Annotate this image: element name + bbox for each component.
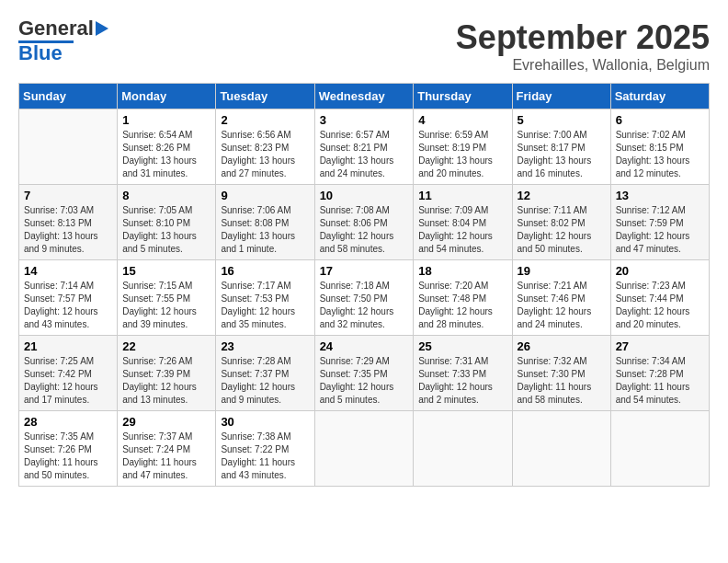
calendar-cell: 26Sunrise: 7:32 AM Sunset: 7:30 PM Dayli… [512, 336, 610, 411]
day-number: 23 [221, 339, 309, 353]
day-number: 16 [221, 264, 309, 278]
calendar-cell: 10Sunrise: 7:08 AM Sunset: 8:06 PM Dayli… [314, 185, 414, 260]
day-number: 9 [221, 189, 309, 202]
day-number: 25 [418, 339, 506, 353]
calendar-cell: 7Sunrise: 7:03 AM Sunset: 8:13 PM Daylig… [19, 185, 118, 260]
column-header-friday: Friday [512, 84, 610, 109]
day-number: 3 [320, 113, 409, 127]
calendar-cell: 30Sunrise: 7:38 AM Sunset: 7:22 PM Dayli… [216, 411, 314, 487]
calendar-cell: 11Sunrise: 7:09 AM Sunset: 8:04 PM Dayli… [414, 185, 512, 260]
calendar-cell: 13Sunrise: 7:12 AM Sunset: 7:59 PM Dayli… [610, 185, 709, 260]
day-info: Sunrise: 6:54 AM Sunset: 8:26 PM Dayligh… [122, 129, 210, 180]
day-number: 4 [418, 113, 506, 127]
day-info: Sunrise: 7:03 AM Sunset: 8:13 PM Dayligh… [24, 204, 112, 256]
day-info: Sunrise: 6:59 AM Sunset: 8:19 PM Dayligh… [418, 129, 506, 180]
calendar-cell: 14Sunrise: 7:14 AM Sunset: 7:57 PM Dayli… [19, 260, 118, 336]
day-info: Sunrise: 7:18 AM Sunset: 7:50 PM Dayligh… [320, 280, 409, 331]
day-number: 19 [518, 264, 606, 278]
day-number: 13 [616, 189, 704, 202]
week-row-2: 7Sunrise: 7:03 AM Sunset: 8:13 PM Daylig… [19, 185, 710, 260]
day-number: 27 [616, 339, 704, 353]
week-row-5: 28Sunrise: 7:35 AM Sunset: 7:26 PM Dayli… [19, 411, 710, 487]
day-info: Sunrise: 7:38 AM Sunset: 7:22 PM Dayligh… [221, 431, 309, 482]
day-number: 7 [24, 189, 112, 202]
calendar-cell: 2Sunrise: 6:56 AM Sunset: 8:23 PM Daylig… [216, 109, 314, 185]
calendar-cell: 29Sunrise: 7:37 AM Sunset: 7:24 PM Dayli… [118, 411, 216, 487]
calendar-cell: 25Sunrise: 7:31 AM Sunset: 7:33 PM Dayli… [414, 336, 512, 411]
calendar-cell: 20Sunrise: 7:23 AM Sunset: 7:44 PM Dayli… [610, 260, 709, 336]
calendar-cell: 19Sunrise: 7:21 AM Sunset: 7:46 PM Dayli… [512, 260, 610, 336]
day-number: 26 [518, 339, 606, 353]
calendar-cell [414, 411, 512, 487]
day-number: 10 [320, 189, 409, 202]
column-header-saturday: Saturday [610, 84, 709, 109]
calendar-cell: 18Sunrise: 7:20 AM Sunset: 7:48 PM Dayli… [414, 260, 512, 336]
calendar-cell: 8Sunrise: 7:05 AM Sunset: 8:10 PM Daylig… [118, 185, 216, 260]
calendar-cell [314, 411, 414, 487]
day-number: 24 [320, 339, 409, 353]
header-row: SundayMondayTuesdayWednesdayThursdayFrid… [19, 84, 710, 109]
calendar-cell: 5Sunrise: 7:00 AM Sunset: 8:17 PM Daylig… [512, 109, 610, 185]
calendar-cell: 9Sunrise: 7:06 AM Sunset: 8:08 PM Daylig… [216, 185, 314, 260]
calendar-cell: 23Sunrise: 7:28 AM Sunset: 7:37 PM Dayli… [216, 336, 314, 411]
calendar-cell: 6Sunrise: 7:02 AM Sunset: 8:15 PM Daylig… [610, 109, 709, 185]
day-info: Sunrise: 7:09 AM Sunset: 8:04 PM Dayligh… [418, 204, 506, 256]
day-number: 11 [418, 189, 506, 202]
day-info: Sunrise: 7:26 AM Sunset: 7:39 PM Dayligh… [122, 355, 210, 407]
day-number: 17 [320, 264, 409, 278]
calendar-header: SundayMondayTuesdayWednesdayThursdayFrid… [19, 84, 710, 109]
day-number: 1 [122, 113, 210, 127]
title-block: September 2025 Evrehailles, Wallonia, Be… [456, 18, 710, 74]
day-info: Sunrise: 7:25 AM Sunset: 7:42 PM Dayligh… [24, 355, 112, 407]
column-header-wednesday: Wednesday [314, 84, 414, 109]
day-number: 6 [616, 113, 704, 127]
day-number: 21 [24, 339, 112, 353]
day-number: 18 [418, 264, 506, 278]
day-info: Sunrise: 7:29 AM Sunset: 7:35 PM Dayligh… [320, 355, 409, 407]
calendar-cell: 15Sunrise: 7:15 AM Sunset: 7:55 PM Dayli… [118, 260, 216, 336]
day-info: Sunrise: 7:08 AM Sunset: 8:06 PM Dayligh… [320, 204, 409, 256]
day-info: Sunrise: 7:05 AM Sunset: 8:10 PM Dayligh… [122, 204, 210, 256]
day-info: Sunrise: 7:21 AM Sunset: 7:46 PM Dayligh… [518, 280, 606, 331]
month-title: September 2025 [456, 18, 710, 57]
day-number: 12 [518, 189, 606, 202]
page-header: General Blue September 2025 Evrehailles,… [18, 18, 710, 74]
logo-top-text: General [18, 18, 94, 39]
week-row-3: 14Sunrise: 7:14 AM Sunset: 7:57 PM Dayli… [19, 260, 710, 336]
logo: General Blue [18, 18, 108, 63]
calendar-cell: 3Sunrise: 6:57 AM Sunset: 8:21 PM Daylig… [314, 109, 414, 185]
day-number: 22 [122, 339, 210, 353]
calendar-cell: 28Sunrise: 7:35 AM Sunset: 7:26 PM Dayli… [19, 411, 118, 487]
calendar-cell: 24Sunrise: 7:29 AM Sunset: 7:35 PM Dayli… [314, 336, 414, 411]
logo-arrow-icon [96, 21, 108, 36]
calendar-cell: 1Sunrise: 6:54 AM Sunset: 8:26 PM Daylig… [118, 109, 216, 185]
day-number: 29 [122, 415, 210, 429]
day-info: Sunrise: 7:00 AM Sunset: 8:17 PM Dayligh… [518, 129, 606, 180]
calendar-cell: 21Sunrise: 7:25 AM Sunset: 7:42 PM Dayli… [19, 336, 118, 411]
calendar-cell [19, 109, 118, 185]
calendar-body: 1Sunrise: 6:54 AM Sunset: 8:26 PM Daylig… [19, 109, 710, 487]
calendar-cell [512, 411, 610, 487]
day-info: Sunrise: 7:17 AM Sunset: 7:53 PM Dayligh… [221, 280, 309, 331]
day-info: Sunrise: 7:14 AM Sunset: 7:57 PM Dayligh… [24, 280, 112, 331]
day-number: 14 [24, 264, 112, 278]
day-info: Sunrise: 7:20 AM Sunset: 7:48 PM Dayligh… [418, 280, 506, 331]
calendar-cell: 4Sunrise: 6:59 AM Sunset: 8:19 PM Daylig… [414, 109, 512, 185]
day-number: 5 [518, 113, 606, 127]
day-number: 28 [24, 415, 112, 429]
day-number: 20 [616, 264, 704, 278]
day-info: Sunrise: 7:37 AM Sunset: 7:24 PM Dayligh… [122, 431, 210, 482]
day-info: Sunrise: 7:11 AM Sunset: 8:02 PM Dayligh… [518, 204, 606, 256]
column-header-thursday: Thursday [414, 84, 512, 109]
day-info: Sunrise: 7:32 AM Sunset: 7:30 PM Dayligh… [518, 355, 606, 407]
day-info: Sunrise: 7:15 AM Sunset: 7:55 PM Dayligh… [122, 280, 210, 331]
logo-bottom-text: Blue [18, 43, 63, 63]
column-header-tuesday: Tuesday [216, 84, 314, 109]
day-info: Sunrise: 7:28 AM Sunset: 7:37 PM Dayligh… [221, 355, 309, 407]
day-number: 30 [221, 415, 309, 429]
location-subtitle: Evrehailles, Wallonia, Belgium [456, 57, 710, 74]
day-info: Sunrise: 7:34 AM Sunset: 7:28 PM Dayligh… [616, 355, 704, 407]
day-info: Sunrise: 7:12 AM Sunset: 7:59 PM Dayligh… [616, 204, 704, 256]
calendar-cell: 27Sunrise: 7:34 AM Sunset: 7:28 PM Dayli… [610, 336, 709, 411]
calendar-cell: 22Sunrise: 7:26 AM Sunset: 7:39 PM Dayli… [118, 336, 216, 411]
